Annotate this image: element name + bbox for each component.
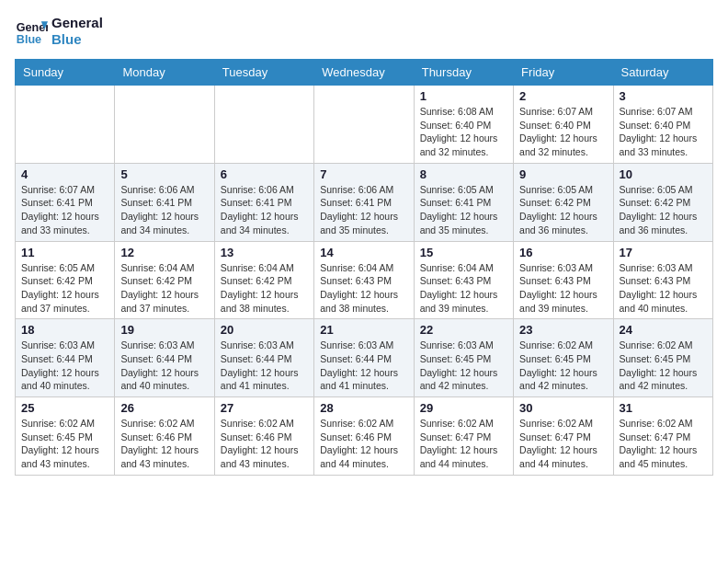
day-number: 2 xyxy=(519,89,607,103)
day-info: Sunrise: 6:04 AM Sunset: 6:43 PM Dayligh… xyxy=(420,261,507,316)
day-info: Sunrise: 6:02 AM Sunset: 6:46 PM Dayligh… xyxy=(120,417,208,471)
header-day-monday: Monday xyxy=(115,60,214,86)
day-number: 14 xyxy=(320,246,407,259)
calendar-cell: 28Sunrise: 6:02 AM Sunset: 6:46 PM Dayli… xyxy=(314,397,414,476)
day-number: 25 xyxy=(21,401,108,415)
day-number: 16 xyxy=(519,246,607,259)
day-info: Sunrise: 6:03 AM Sunset: 6:44 PM Dayligh… xyxy=(320,339,407,393)
calendar-cell: 25Sunrise: 6:02 AM Sunset: 6:45 PM Dayli… xyxy=(16,397,115,476)
day-info: Sunrise: 6:02 AM Sunset: 6:47 PM Dayligh… xyxy=(519,417,607,471)
day-info: Sunrise: 6:02 AM Sunset: 6:45 PM Dayligh… xyxy=(519,339,607,393)
day-number: 20 xyxy=(221,323,308,337)
day-number: 22 xyxy=(420,323,507,337)
day-info: Sunrise: 6:05 AM Sunset: 6:42 PM Dayligh… xyxy=(21,261,108,316)
header-day-wednesday: Wednesday xyxy=(314,60,414,86)
calendar-cell: 9Sunrise: 6:05 AM Sunset: 6:42 PM Daylig… xyxy=(514,163,613,241)
calendar-week-row: 18Sunrise: 6:03 AM Sunset: 6:44 PM Dayli… xyxy=(16,319,713,397)
day-number: 27 xyxy=(221,401,308,415)
logo-text-general: General xyxy=(51,15,103,31)
header-day-thursday: Thursday xyxy=(414,60,513,86)
day-number: 12 xyxy=(120,246,208,259)
calendar-cell: 2Sunrise: 6:07 AM Sunset: 6:40 PM Daylig… xyxy=(514,86,613,164)
header-day-saturday: Saturday xyxy=(613,60,712,86)
calendar-cell: 24Sunrise: 6:02 AM Sunset: 6:45 PM Dayli… xyxy=(613,319,712,397)
day-info: Sunrise: 6:03 AM Sunset: 6:45 PM Dayligh… xyxy=(420,339,507,393)
day-info: Sunrise: 6:03 AM Sunset: 6:43 PM Dayligh… xyxy=(519,261,607,316)
calendar-week-row: 1Sunrise: 6:08 AM Sunset: 6:40 PM Daylig… xyxy=(16,86,713,164)
calendar-week-row: 4Sunrise: 6:07 AM Sunset: 6:41 PM Daylig… xyxy=(16,163,713,241)
calendar-cell: 7Sunrise: 6:06 AM Sunset: 6:41 PM Daylig… xyxy=(314,163,414,241)
day-number: 10 xyxy=(620,167,707,181)
day-info: Sunrise: 6:06 AM Sunset: 6:41 PM Dayligh… xyxy=(320,183,407,237)
day-info: Sunrise: 6:04 AM Sunset: 6:43 PM Dayligh… xyxy=(320,261,407,316)
day-info: Sunrise: 6:06 AM Sunset: 6:41 PM Dayligh… xyxy=(221,183,308,237)
calendar-cell: 30Sunrise: 6:02 AM Sunset: 6:47 PM Dayli… xyxy=(514,397,613,476)
day-info: Sunrise: 6:02 AM Sunset: 6:45 PM Dayligh… xyxy=(620,339,707,393)
logo-text-blue: Blue xyxy=(51,31,103,48)
calendar-cell xyxy=(314,86,414,164)
header-day-tuesday: Tuesday xyxy=(214,60,313,86)
page-header: General Blue General Blue xyxy=(15,15,713,48)
svg-text:Blue: Blue xyxy=(17,33,41,46)
day-number: 9 xyxy=(519,167,607,181)
calendar-cell: 13Sunrise: 6:04 AM Sunset: 6:42 PM Dayli… xyxy=(214,241,313,319)
calendar-cell xyxy=(16,86,115,164)
calendar-cell: 27Sunrise: 6:02 AM Sunset: 6:46 PM Dayli… xyxy=(214,397,313,476)
day-number: 28 xyxy=(320,401,407,415)
day-info: Sunrise: 6:05 AM Sunset: 6:41 PM Dayligh… xyxy=(420,183,507,237)
day-info: Sunrise: 6:07 AM Sunset: 6:41 PM Dayligh… xyxy=(21,183,108,237)
calendar-cell: 10Sunrise: 6:05 AM Sunset: 6:42 PM Dayli… xyxy=(613,163,712,241)
day-number: 15 xyxy=(420,246,507,259)
calendar-cell: 22Sunrise: 6:03 AM Sunset: 6:45 PM Dayli… xyxy=(414,319,513,397)
day-info: Sunrise: 6:03 AM Sunset: 6:44 PM Dayligh… xyxy=(221,339,308,393)
day-number: 6 xyxy=(221,167,308,181)
day-info: Sunrise: 6:04 AM Sunset: 6:42 PM Dayligh… xyxy=(221,261,308,316)
calendar-cell: 4Sunrise: 6:07 AM Sunset: 6:41 PM Daylig… xyxy=(16,163,115,241)
day-number: 26 xyxy=(120,401,208,415)
day-info: Sunrise: 6:05 AM Sunset: 6:42 PM Dayligh… xyxy=(519,183,607,237)
day-info: Sunrise: 6:04 AM Sunset: 6:42 PM Dayligh… xyxy=(120,261,208,316)
day-number: 24 xyxy=(620,323,707,337)
day-info: Sunrise: 6:07 AM Sunset: 6:40 PM Dayligh… xyxy=(620,105,707,159)
day-info: Sunrise: 6:02 AM Sunset: 6:47 PM Dayligh… xyxy=(620,417,707,471)
day-info: Sunrise: 6:06 AM Sunset: 6:41 PM Dayligh… xyxy=(120,183,208,237)
calendar-cell: 21Sunrise: 6:03 AM Sunset: 6:44 PM Dayli… xyxy=(314,319,414,397)
calendar-cell xyxy=(214,86,313,164)
logo: General Blue General Blue xyxy=(15,15,103,48)
calendar-cell: 26Sunrise: 6:02 AM Sunset: 6:46 PM Dayli… xyxy=(115,397,214,476)
day-number: 17 xyxy=(620,246,707,259)
calendar-cell: 15Sunrise: 6:04 AM Sunset: 6:43 PM Dayli… xyxy=(414,241,513,319)
day-info: Sunrise: 6:03 AM Sunset: 6:44 PM Dayligh… xyxy=(120,339,208,393)
calendar-cell: 6Sunrise: 6:06 AM Sunset: 6:41 PM Daylig… xyxy=(214,163,313,241)
day-number: 31 xyxy=(620,401,707,415)
day-number: 1 xyxy=(420,89,507,103)
calendar-cell: 14Sunrise: 6:04 AM Sunset: 6:43 PM Dayli… xyxy=(314,241,414,319)
calendar-cell: 12Sunrise: 6:04 AM Sunset: 6:42 PM Dayli… xyxy=(115,241,214,319)
calendar-cell: 19Sunrise: 6:03 AM Sunset: 6:44 PM Dayli… xyxy=(115,319,214,397)
day-number: 8 xyxy=(420,167,507,181)
calendar-cell: 11Sunrise: 6:05 AM Sunset: 6:42 PM Dayli… xyxy=(16,241,115,319)
day-number: 5 xyxy=(120,167,208,181)
calendar-week-row: 25Sunrise: 6:02 AM Sunset: 6:45 PM Dayli… xyxy=(16,397,713,476)
logo-icon: General Blue xyxy=(15,15,48,48)
day-info: Sunrise: 6:02 AM Sunset: 6:47 PM Dayligh… xyxy=(420,417,507,471)
day-info: Sunrise: 6:07 AM Sunset: 6:40 PM Dayligh… xyxy=(519,105,607,159)
calendar-cell: 31Sunrise: 6:02 AM Sunset: 6:47 PM Dayli… xyxy=(613,397,712,476)
calendar-cell: 3Sunrise: 6:07 AM Sunset: 6:40 PM Daylig… xyxy=(613,86,712,164)
day-info: Sunrise: 6:08 AM Sunset: 6:40 PM Dayligh… xyxy=(420,105,507,159)
calendar-cell: 1Sunrise: 6:08 AM Sunset: 6:40 PM Daylig… xyxy=(414,86,513,164)
header-day-friday: Friday xyxy=(514,60,613,86)
calendar-header-row: SundayMondayTuesdayWednesdayThursdayFrid… xyxy=(16,60,713,86)
calendar-cell: 23Sunrise: 6:02 AM Sunset: 6:45 PM Dayli… xyxy=(514,319,613,397)
calendar-cell: 20Sunrise: 6:03 AM Sunset: 6:44 PM Dayli… xyxy=(214,319,313,397)
day-number: 19 xyxy=(120,323,208,337)
day-number: 3 xyxy=(620,89,707,103)
day-number: 30 xyxy=(519,401,607,415)
header-day-sunday: Sunday xyxy=(16,60,115,86)
calendar-cell: 8Sunrise: 6:05 AM Sunset: 6:41 PM Daylig… xyxy=(414,163,513,241)
day-number: 11 xyxy=(21,246,108,259)
calendar-cell xyxy=(115,86,214,164)
calendar-cell: 17Sunrise: 6:03 AM Sunset: 6:43 PM Dayli… xyxy=(613,241,712,319)
day-number: 21 xyxy=(320,323,407,337)
day-info: Sunrise: 6:02 AM Sunset: 6:46 PM Dayligh… xyxy=(320,417,407,471)
